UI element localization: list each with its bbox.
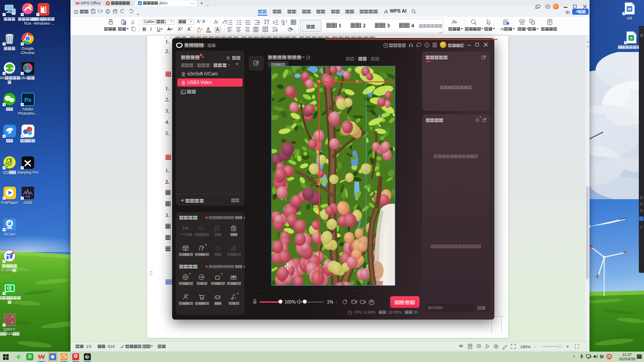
svg-text:PK: PK [183,226,189,231]
svg-text:W: W [139,2,141,5]
svg-text:Ps: Ps [24,97,31,103]
svg-text:?: ? [426,44,428,47]
svg-text:OBS: OBS [25,67,30,69]
svg-text:AIZB: AIZB [25,195,30,198]
svg-text:S: S [630,36,632,40]
svg-text:W: W [628,7,631,11]
svg-text:A: A [216,27,219,32]
svg-text:A: A [207,27,210,32]
